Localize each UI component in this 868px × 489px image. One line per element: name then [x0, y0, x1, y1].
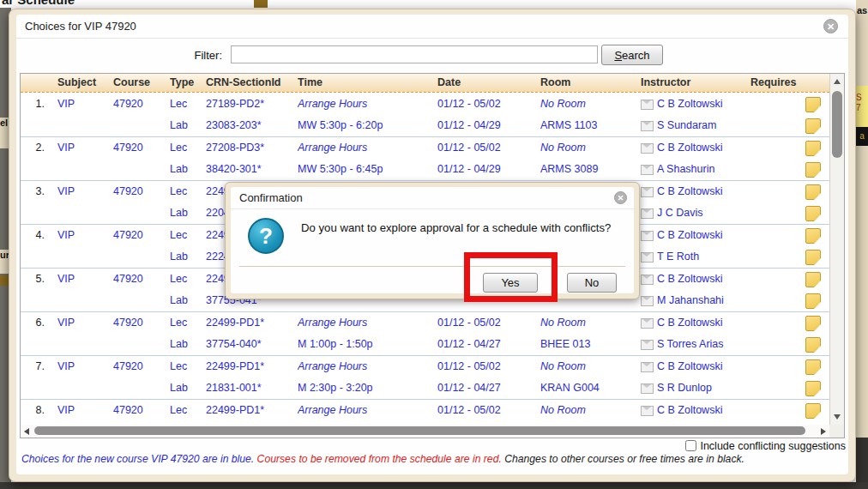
email-icon[interactable] [641, 143, 654, 154]
email-icon[interactable] [641, 165, 654, 175]
vertical-scrollbar[interactable] [829, 74, 844, 425]
email-icon[interactable] [641, 208, 654, 219]
instructor-name[interactable]: C B Zoltowski [657, 312, 722, 334]
title-divider [16, 38, 848, 39]
cell-instructor: C B Zoltowski [641, 137, 799, 159]
background-page-bottom [0, 482, 868, 489]
cell-course [113, 334, 170, 355]
cell-subject [57, 115, 113, 136]
close-icon[interactable]: ✕ [823, 19, 838, 33]
note-icon[interactable] [805, 162, 821, 178]
cell-requires [799, 137, 829, 159]
note-icon[interactable] [805, 141, 821, 156]
email-icon[interactable] [641, 340, 654, 350]
confirmation-title-divider [231, 208, 634, 209]
course-choice-row[interactable]: 8.VIP47920Lec22499-PD1*Arrange Hours01/1… [21, 399, 829, 425]
cell-number [21, 246, 57, 268]
note-icon[interactable] [805, 381, 821, 396]
lecture-line: 6.VIP47920Lec22499-PD1*Arrange Hours01/1… [21, 312, 829, 334]
note-icon[interactable] [805, 206, 821, 221]
instructor-name[interactable]: T E Roth [657, 246, 699, 268]
instructor-name[interactable]: C B Zoltowski [657, 356, 722, 377]
confirmation-divider [239, 266, 625, 267]
cell-type: Lec [170, 181, 206, 202]
email-icon[interactable] [641, 252, 654, 263]
cell-type: Lab [170, 290, 206, 311]
filter-input[interactable] [231, 45, 598, 63]
cell-type: Lec [170, 225, 206, 246]
horizontal-scroll-thumb[interactable] [34, 426, 805, 435]
cell-room: No Room [540, 137, 641, 159]
email-icon[interactable] [641, 231, 654, 241]
include-conflicting-checkbox[interactable] [685, 440, 696, 451]
note-icon[interactable] [805, 293, 821, 309]
instructor-name[interactable]: J C Davis [657, 202, 702, 224]
email-icon[interactable] [641, 296, 654, 306]
cell-course: 47920 [113, 269, 170, 290]
cell-requires [799, 400, 829, 421]
note-icon[interactable] [805, 316, 821, 331]
email-icon[interactable] [641, 318, 654, 329]
instructor-name[interactable]: C B Zoltowski [657, 137, 722, 159]
email-icon[interactable] [641, 383, 654, 394]
cell-subject [57, 290, 113, 311]
scroll-left-icon[interactable] [24, 428, 29, 435]
course-choice-row[interactable]: 7.VIP47920Lec22499-PD1*Arrange Hours01/1… [21, 355, 829, 399]
note-icon[interactable] [805, 272, 821, 287]
instructor-name[interactable]: S Sundaram [657, 115, 716, 136]
cell-number [21, 115, 57, 136]
vertical-scroll-thumb[interactable] [832, 91, 842, 158]
cell-time: MW 5:30p - 6:20p [298, 115, 437, 136]
cell-type: Lec [170, 269, 206, 290]
cell-requires [799, 115, 829, 136]
note-icon[interactable] [805, 228, 821, 244]
note-icon[interactable] [805, 250, 821, 265]
scroll-right-icon[interactable] [821, 428, 826, 435]
course-choice-row[interactable]: 1.VIP47920Lec27189-PD2*Arrange Hours01/1… [21, 94, 829, 136]
course-choice-row[interactable]: 6.VIP47920Lec22499-PD1*Arrange Hours01/1… [21, 311, 829, 355]
instructor-name[interactable]: S R Dunlop [657, 377, 712, 399]
scroll-down-icon[interactable] [834, 414, 841, 420]
cell-type: Lab [170, 202, 206, 224]
instructor-name[interactable]: C B Zoltowski [657, 225, 722, 246]
table-header: Subject Course Type CRN-SectionId Time D… [21, 74, 829, 93]
scroll-up-icon[interactable] [834, 79, 841, 84]
cell-subject [57, 159, 113, 180]
instructor-name[interactable]: M Jahanshahi [657, 290, 724, 311]
email-icon[interactable] [641, 275, 654, 285]
instructor-name[interactable]: C B Zoltowski [657, 181, 722, 202]
cell-date: 01/12 - 05/02 [437, 312, 540, 334]
note-icon[interactable] [805, 118, 821, 134]
instructor-name[interactable]: A Shashurin [657, 159, 714, 180]
email-icon[interactable] [641, 121, 654, 131]
cell-instructor: S Sundaram [641, 115, 799, 136]
instructor-name[interactable]: C B Zoltowski [657, 400, 722, 421]
email-icon[interactable] [641, 362, 654, 372]
cell-course: 47920 [113, 356, 170, 377]
instructor-name[interactable]: C B Zoltowski [657, 269, 722, 290]
note-icon[interactable] [805, 359, 821, 375]
email-icon[interactable] [641, 100, 654, 110]
cell-room: ARMS 1103 [540, 115, 641, 136]
cell-type: Lec [170, 94, 206, 115]
note-icon[interactable] [805, 184, 821, 200]
note-icon[interactable] [805, 337, 821, 353]
no-button[interactable]: No [567, 273, 617, 293]
note-icon[interactable] [805, 403, 821, 419]
email-icon[interactable] [641, 406, 654, 416]
email-icon[interactable] [641, 187, 654, 197]
annotation-highlight-box [464, 252, 558, 302]
search-button[interactable]: Search [601, 45, 663, 65]
cell-number: 7. [21, 356, 57, 377]
course-choice-row[interactable]: 2.VIP47920Lec27208-PD3*Arrange Hours01/1… [21, 136, 829, 180]
note-icon[interactable] [805, 97, 821, 112]
question-icon: ? [248, 218, 284, 254]
horizontal-scrollbar[interactable] [21, 425, 829, 438]
confirmation-close-icon[interactable]: ✕ [614, 191, 627, 204]
lecture-line: 1.VIP47920Lec27189-PD2*Arrange Hours01/1… [21, 94, 829, 115]
instructor-name[interactable]: S Torres Arias [657, 334, 724, 355]
instructor-name[interactable]: C B Zoltowski [657, 94, 722, 115]
cell-time: Arrange Hours [298, 400, 437, 421]
cell-subject: VIP [57, 400, 113, 421]
cell-date: 01/12 - 05/02 [437, 137, 540, 159]
